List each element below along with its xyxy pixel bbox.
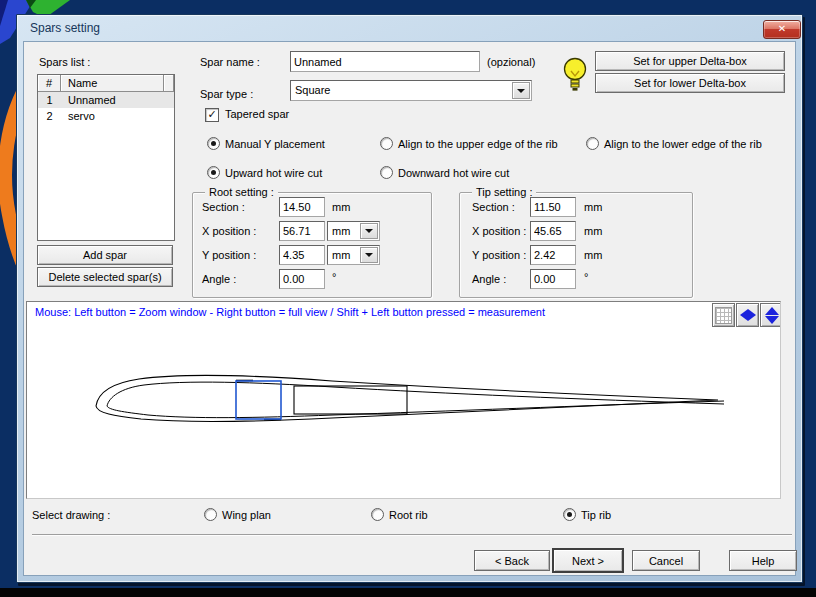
radio-manual-y-placement-label: Manual Y placement	[225, 138, 325, 151]
dialog-title: Spars setting	[30, 21, 100, 35]
spar-number: 2	[38, 110, 61, 122]
cancel-button[interactable]: Cancel	[632, 550, 700, 571]
spar-number: 1	[38, 94, 61, 106]
dropdown-button[interactable]	[360, 247, 378, 263]
root-angle-unit: °	[332, 271, 336, 283]
spar-name: Unnamed	[61, 94, 116, 106]
selected-spar-rect	[236, 381, 281, 419]
root-y-unit-value: mm	[332, 249, 350, 261]
radio-upward-hot-wire-cut-label: Upward hot wire cut	[225, 167, 322, 180]
screen-bottom-strip	[0, 588, 816, 597]
root-angle-input[interactable]	[279, 269, 325, 289]
tip-y-unit: mm	[584, 249, 602, 261]
spars-listbox[interactable]: # Name 1 Unnamed 2 servo	[37, 74, 175, 241]
root-setting-title: Root setting :	[205, 186, 278, 199]
tip-setting-title: Tip setting :	[472, 186, 536, 199]
tip-section-unit: mm	[584, 201, 602, 213]
dropdown-button[interactable]	[512, 82, 530, 99]
radio-tip-rib[interactable]	[563, 508, 576, 521]
set-lower-delta-box-button[interactable]: Set for lower Delta-box	[595, 73, 785, 93]
radio-align-upper-edge-label: Align to the upper edge of the rib	[398, 138, 558, 151]
help-button[interactable]: Help	[729, 550, 797, 571]
tapered-spar-checkbox[interactable]: ✓	[205, 108, 219, 122]
radio-wing-plan-label: Wing plan	[222, 509, 271, 522]
tip-section-input[interactable]	[530, 197, 576, 217]
next-button[interactable]: Next >	[553, 549, 623, 572]
delete-spar-button[interactable]: Delete selected spar(s)	[37, 267, 173, 287]
spars-list-label: Spars list :	[39, 56, 90, 69]
separator-line	[32, 534, 792, 536]
dropdown-button[interactable]	[360, 223, 378, 239]
list-item-spar-1[interactable]: 1 Unnamed	[38, 92, 174, 108]
grid-icon	[715, 307, 732, 324]
tip-section-label: Section :	[472, 201, 515, 214]
close-button[interactable]: ✕	[763, 20, 801, 39]
root-x-unit-select[interactable]: mm	[327, 221, 380, 241]
chevron-down-icon	[517, 89, 525, 93]
chevron-down-icon	[365, 253, 373, 257]
radio-align-upper-edge[interactable]	[380, 137, 393, 150]
lightbulb-icon	[561, 56, 589, 98]
root-y-label: Y position :	[202, 249, 256, 262]
column-header-num[interactable]: #	[38, 75, 61, 92]
dialog-client-area: Spars list : # Name 1 Unnamed 2 servo Ad…	[23, 41, 796, 576]
tip-y-input[interactable]	[530, 245, 576, 265]
add-spar-button[interactable]: Add spar	[37, 245, 173, 265]
spar-type-value: Square	[295, 84, 330, 96]
select-drawing-label: Select drawing :	[32, 509, 110, 522]
root-angle-label: Angle :	[202, 273, 236, 286]
column-header-filler	[164, 75, 174, 92]
root-y-input[interactable]	[279, 245, 325, 265]
spar-name: servo	[61, 110, 95, 122]
radio-tip-rib-label: Tip rib	[581, 509, 611, 522]
tip-x-input[interactable]	[530, 221, 576, 241]
horizontal-arrows-icon	[740, 309, 756, 321]
column-header-name[interactable]: Name	[61, 75, 164, 92]
tapered-spar-label: Tapered spar	[225, 108, 289, 121]
root-x-unit-value: mm	[332, 225, 350, 237]
spar-name-input[interactable]	[290, 51, 480, 72]
root-section-unit: mm	[332, 201, 350, 213]
tip-x-unit: mm	[584, 225, 602, 237]
tip-angle-unit: °	[584, 271, 588, 283]
radio-wing-plan[interactable]	[204, 508, 217, 521]
optional-note: (opzional)	[487, 56, 535, 69]
tip-x-label: X position :	[472, 225, 526, 238]
back-button[interactable]: < Back	[474, 550, 550, 571]
spar-name-label: Spar name :	[200, 56, 260, 69]
root-y-unit-select[interactable]: mm	[327, 245, 380, 265]
tip-angle-label: Angle :	[472, 273, 506, 286]
chevron-down-icon	[365, 229, 373, 233]
radio-manual-y-placement[interactable]	[207, 137, 220, 150]
spars-setting-dialog: Spars setting ✕ Spars list : # Name 1 Un…	[16, 14, 803, 583]
radio-root-rib[interactable]	[371, 508, 384, 521]
root-x-input[interactable]	[279, 221, 325, 241]
root-section-label: Section :	[202, 201, 245, 214]
root-section-input[interactable]	[279, 197, 325, 217]
root-x-label: X position :	[202, 225, 256, 238]
tip-angle-input[interactable]	[530, 269, 576, 289]
radio-upward-hot-wire-cut[interactable]	[207, 166, 220, 179]
radio-downward-hot-wire-cut-label: Downward hot wire cut	[398, 167, 509, 180]
vertical-fit-button[interactable]	[760, 303, 781, 327]
radio-root-rib-label: Root rib	[389, 509, 428, 522]
set-upper-delta-box-button[interactable]: Set for upper Delta-box	[595, 51, 785, 71]
airfoil-drawing	[27, 302, 778, 496]
radio-downward-hot-wire-cut[interactable]	[380, 166, 393, 179]
grid-toggle-button[interactable]	[712, 303, 735, 327]
spar-type-select[interactable]: Square	[290, 80, 532, 101]
rib-drawing-canvas[interactable]: Mouse: Left button = Zoom window - Right…	[26, 301, 781, 499]
spar-type-label: Spar type :	[200, 88, 253, 101]
horizontal-fit-button[interactable]	[736, 303, 759, 327]
tip-y-label: Y position :	[472, 249, 526, 262]
list-item-spar-2[interactable]: 2 servo	[38, 108, 174, 124]
radio-align-lower-edge-label: Align to the lower edge of the rib	[604, 138, 762, 151]
vertical-arrows-icon	[765, 307, 779, 324]
radio-align-lower-edge[interactable]	[586, 137, 599, 150]
